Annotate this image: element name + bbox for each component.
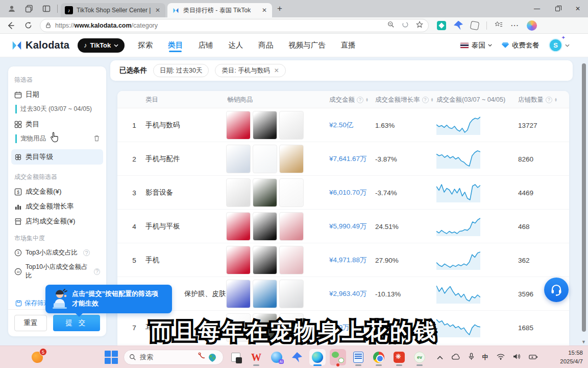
back-icon[interactable] [4, 19, 17, 32]
page-scrollbar[interactable]: ▼ [581, 57, 587, 346]
product-thumbnail[interactable] [279, 178, 304, 207]
nav-item-0[interactable]: 探索 [138, 34, 153, 56]
notepad-app[interactable] [350, 349, 366, 365]
help-icon[interactable]: ? [94, 268, 100, 275]
help-icon[interactable]: ? [83, 249, 90, 256]
read-aloud-icon[interactable] [402, 21, 409, 30]
sort-icon[interactable]: ▲▼ [365, 98, 369, 102]
table-row[interactable]: 5 手机 ¥4,971.88万 27.90% 362 [117, 243, 569, 277]
new-tab-button[interactable]: + [277, 4, 282, 14]
product-thumbnail[interactable] [253, 212, 277, 241]
favorites-bar-icon[interactable] [495, 21, 503, 30]
sidebar-item-category[interactable]: 类目 [14, 120, 100, 129]
nav-item-2[interactable]: 店铺 [198, 34, 213, 56]
info-icon[interactable]: ? [357, 97, 363, 103]
category-name[interactable]: 影音设备 [145, 176, 222, 210]
product-thumbnail[interactable] [279, 212, 304, 241]
tab-tiktok-seller-center[interactable]: ♪ TikTok Shop Seller Center | Cross ✕ [61, 3, 165, 17]
table-row[interactable]: 4 手机与平板 ¥5,990.49万 24.51% 468 [117, 210, 569, 243]
microphone-icon[interactable] [469, 353, 474, 362]
ev-capture-app[interactable]: ev [411, 349, 428, 365]
product-thumbnail[interactable] [226, 145, 251, 173]
product-thumbnail[interactable] [226, 246, 251, 274]
battery-icon[interactable] [529, 353, 538, 362]
volume-icon[interactable] [513, 353, 521, 362]
start-button[interactable] [103, 349, 119, 365]
sidebar-item-date[interactable]: 日期 [14, 90, 100, 99]
info-icon[interactable]: ? [546, 97, 552, 103]
table-row[interactable]: 1 手机与数码 ¥2.50亿 1.63% 13727 [117, 108, 569, 142]
zoom-out-icon[interactable] [387, 21, 395, 30]
hidden-icons-chevron[interactable] [437, 353, 443, 362]
table-row[interactable]: 2 手机与配件 ¥7,641.67万 -3.87% 8260 [117, 142, 569, 176]
product-thumbnail[interactable] [253, 145, 277, 173]
sidebar-item-category-level[interactable]: 类目等级 [11, 149, 103, 165]
product-thumbnail[interactable] [279, 145, 304, 173]
wifi-icon[interactable] [497, 353, 505, 362]
taskbar-search[interactable]: 搜索 [124, 350, 224, 365]
kite-app[interactable] [289, 349, 305, 365]
task-view-app[interactable] [228, 349, 244, 365]
product-thumbnail[interactable] [279, 111, 304, 140]
product-thumbnail[interactable] [279, 280, 304, 308]
product-thumbnail[interactable] [226, 280, 251, 308]
nav-item-6[interactable]: 直播 [341, 34, 356, 56]
product-thumbnail[interactable] [279, 246, 304, 274]
scrollbar-thumb[interactable] [582, 63, 586, 332]
wps-app[interactable]: W [248, 349, 264, 365]
sidebar-item-top3-share[interactable]: 3 Top3小店成交占比 ? [14, 248, 100, 257]
table-row[interactable]: 6 保护膜、皮肤 ¥2,963.40万 -10.13% 3596 [117, 277, 569, 311]
col-growth[interactable]: 成交金额增长率?▲▼ [375, 91, 433, 108]
product-thumbnail[interactable] [253, 246, 277, 274]
minimize-button[interactable]: — [527, 0, 547, 17]
taskbar-clock[interactable]: 15:58 2025/4/7 [560, 349, 583, 365]
sort-icon[interactable]: ▲▼ [554, 98, 557, 102]
ai-browser-app[interactable] [268, 349, 285, 365]
sticky-note-app[interactable]: 5 [32, 350, 45, 363]
pricing-plan-link[interactable]: 收费套餐 [501, 41, 540, 50]
col-gmv[interactable]: 成交金额?▲▼ [329, 91, 369, 108]
region-selector[interactable]: 泰国 [460, 41, 492, 50]
sort-icon[interactable]: ▲▼ [431, 98, 434, 102]
sidebar-item-gmv[interactable]: $ 成交金额(¥) [14, 187, 100, 196]
refresh-icon[interactable] [21, 19, 35, 32]
edge-app[interactable] [309, 349, 326, 365]
trash-icon[interactable] [93, 135, 100, 143]
close-button[interactable]: ✕ [568, 0, 588, 17]
chip-close-icon[interactable]: ✕ [274, 67, 279, 74]
col-stores[interactable]: 店铺数量?▲▼ [518, 91, 557, 108]
more-menu-icon[interactable]: ⋯ [510, 20, 519, 30]
product-thumbnail[interactable] [253, 178, 277, 207]
red-utility-app[interactable] [391, 349, 407, 365]
info-icon[interactable]: ? [422, 97, 429, 103]
product-thumbnail[interactable] [226, 212, 251, 241]
wechat-app[interactable] [330, 349, 346, 365]
category-name[interactable]: 手机与平板 [145, 210, 222, 243]
sidebar-item-gmv-per-store[interactable]: 店均成交金额(¥) [14, 217, 100, 226]
nav-item-5[interactable]: 视频与广告 [288, 34, 326, 56]
tab-close-icon[interactable]: ✕ [154, 7, 161, 14]
address-bar[interactable]: https://www.kalodata.com/category [40, 19, 429, 32]
category-name[interactable]: 手机与配件 [145, 142, 222, 176]
platform-selector[interactable]: ♪ TikTok [78, 38, 125, 53]
ime-indicator[interactable]: 中 [482, 353, 489, 362]
copilot-icon[interactable] [527, 20, 537, 31]
onedrive-cloud-icon[interactable] [451, 353, 460, 362]
extension-outline-icon[interactable] [470, 20, 480, 30]
extension-teal-icon[interactable] [437, 21, 446, 30]
customer-service-button[interactable] [544, 278, 569, 302]
sidebar-item-gmv-growth[interactable]: 成交金额增长率 [14, 202, 100, 211]
product-thumbnail[interactable] [226, 111, 251, 140]
nav-item-3[interactable]: 达人 [228, 34, 243, 56]
filter-chip-category[interactable]: 类目: 手机与数码 ✕ [215, 64, 286, 77]
profile-icon[interactable] [6, 3, 17, 14]
category-name[interactable]: 手机 [145, 243, 222, 277]
product-thumbnail[interactable] [253, 111, 277, 140]
product-thumbnail[interactable] [253, 280, 277, 308]
table-row[interactable]: 3 影音设备 ¥6,010.70万 -3.74% 4469 [117, 176, 569, 210]
favorite-star-icon[interactable] [416, 21, 423, 30]
date-filter-value[interactable]: 过去30天 (03/07 ~ 04/05) [15, 105, 100, 113]
vertical-tabs-icon[interactable] [41, 3, 52, 14]
extension-bird-icon[interactable] [454, 21, 463, 30]
product-thumbnail[interactable] [226, 178, 251, 207]
